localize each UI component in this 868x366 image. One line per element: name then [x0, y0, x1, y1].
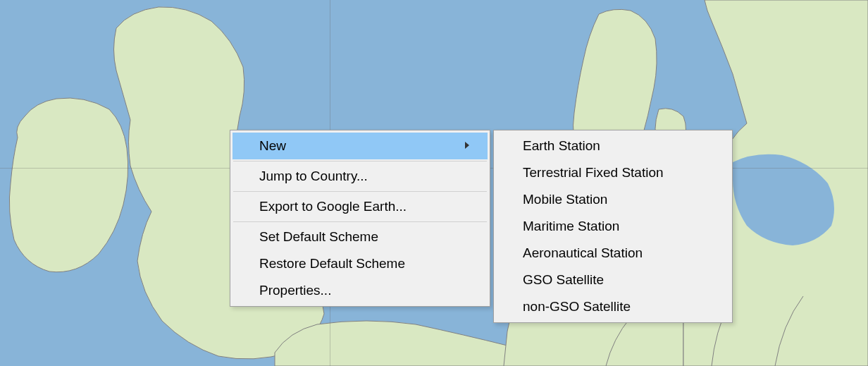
submenu-item-gso-satellite[interactable]: GSO Satellite	[496, 267, 730, 293]
menu-item-label: Export to Google Earth...	[259, 199, 407, 214]
menu-item-label: Restore Default Scheme	[259, 256, 405, 272]
menu-separator	[233, 221, 487, 222]
submenu-item-label: Earth Station	[523, 138, 600, 153]
menu-item-label: Properties...	[259, 283, 331, 298]
menu-item-set-default-scheme[interactable]: Set Default Scheme	[232, 224, 488, 250]
submenu-item-label: GSO Satellite	[523, 272, 604, 287]
submenu-new: Earth Station Terrestrial Fixed Station …	[493, 130, 733, 323]
menu-item-properties[interactable]: Properties...	[232, 277, 488, 304]
submenu-item-aeronautical-station[interactable]: Aeronautical Station	[496, 240, 730, 267]
menu-item-new[interactable]: New	[232, 133, 488, 159]
submenu-item-label: Mobile Station	[523, 192, 607, 207]
chevron-right-icon	[464, 140, 471, 152]
submenu-item-label: Aeronautical Station	[523, 245, 643, 260]
submenu-item-label: Maritime Station	[523, 219, 619, 233]
submenu-item-mobile-station[interactable]: Mobile Station	[496, 186, 730, 213]
menu-item-label: Set Default Scheme	[259, 229, 378, 245]
menu-separator	[233, 191, 487, 192]
submenu-item-label: Terrestrial Fixed Station	[523, 165, 664, 180]
submenu-item-non-gso-satellite[interactable]: non-GSO Satellite	[496, 293, 730, 320]
menu-item-export-google-earth[interactable]: Export to Google Earth...	[232, 193, 488, 220]
menu-item-label: New	[259, 138, 286, 154]
menu-item-jump-to-country[interactable]: Jump to Country...	[232, 163, 488, 190]
submenu-item-terrestrial-fixed-station[interactable]: Terrestrial Fixed Station	[496, 159, 730, 186]
submenu-item-earth-station[interactable]: Earth Station	[496, 133, 730, 159]
submenu-item-maritime-station[interactable]: Maritime Station	[496, 213, 730, 240]
menu-separator	[233, 161, 487, 161]
menu-item-label: Jump to Country...	[259, 169, 368, 184]
context-menu: New Jump to Country... Export to Google …	[230, 130, 490, 307]
submenu-item-label: non-GSO Satellite	[523, 299, 631, 314]
menu-item-restore-default-scheme[interactable]: Restore Default Scheme	[232, 250, 488, 277]
